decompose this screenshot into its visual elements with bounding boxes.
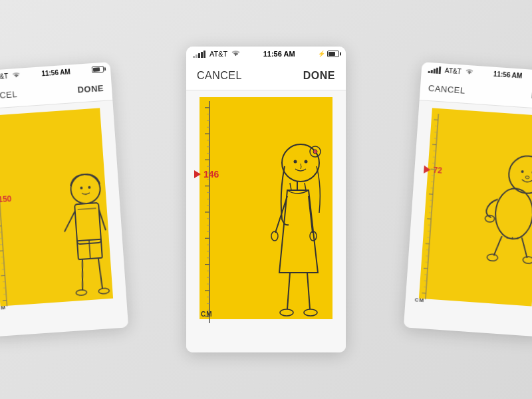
svg-point-77 <box>282 144 319 182</box>
svg-line-37 <box>98 258 102 289</box>
height-value-center: 146 <box>203 169 219 180</box>
height-arrow-center <box>194 170 201 178</box>
svg-point-91 <box>294 160 297 164</box>
svg-line-88 <box>307 273 310 309</box>
phone-center: AT&T 11:56 AM ⚡ CANCEL DONE <box>186 47 346 352</box>
phone-right: AT&T 11:56 AM CANCEL DON <box>404 62 532 337</box>
scene: AT&T 11:56 AM CANCEL DONE <box>0 0 532 399</box>
girl-character <box>261 140 334 326</box>
time-label-right: 11:56 AM <box>493 70 523 79</box>
carrier-label: AT&T <box>0 72 9 80</box>
svg-line-81 <box>290 183 291 190</box>
svg-point-133 <box>487 254 498 261</box>
svg-line-40 <box>78 208 96 209</box>
height-indicator-left: 150 <box>0 194 12 205</box>
svg-point-92 <box>305 160 308 164</box>
height-value-left: 150 <box>0 194 12 204</box>
svg-point-127 <box>494 188 532 241</box>
signal-icon-right <box>428 65 442 73</box>
time-label-center: 11:56 AM <box>263 50 295 58</box>
content-center: 146 CM <box>186 90 346 352</box>
height-indicator-center: 146 <box>194 169 219 180</box>
svg-point-124 <box>521 170 523 173</box>
wifi-icon <box>12 72 21 78</box>
svg-line-32 <box>63 211 76 231</box>
svg-point-90 <box>304 309 317 316</box>
status-bar-center: AT&T 11:56 AM ⚡ <box>186 47 346 61</box>
svg-point-39 <box>98 288 110 294</box>
unit-label-right: CM <box>414 297 424 303</box>
time-label: 11:56 AM <box>41 68 70 77</box>
cancel-button-right[interactable]: CANCEL <box>428 83 466 96</box>
carrier-label-right: AT&T <box>445 66 462 75</box>
height-indicator-right: 72 <box>424 165 442 176</box>
svg-line-87 <box>287 273 290 309</box>
wifi-icon-center <box>231 51 240 57</box>
cancel-button-center[interactable]: CANCEL <box>197 70 242 82</box>
svg-point-41 <box>80 186 82 189</box>
nav-bar-center: CANCEL DONE <box>186 61 346 90</box>
height-value-right: 72 <box>433 165 442 175</box>
cancel-button-left[interactable]: CANCEL <box>0 89 18 102</box>
svg-point-79 <box>313 150 317 154</box>
charging-icon: ⚡ <box>318 51 325 57</box>
content-left: 150 CM <box>0 100 128 337</box>
unit-label-left: CM <box>0 305 6 311</box>
svg-line-82 <box>305 183 306 190</box>
svg-point-38 <box>76 289 87 295</box>
done-button-left[interactable]: DONE <box>77 83 104 95</box>
baby-character <box>475 138 532 275</box>
wifi-icon-right <box>465 68 473 75</box>
phone-left: AT&T 11:56 AM CANCEL DONE <box>0 62 128 337</box>
boy-character <box>51 168 120 312</box>
carrier-label-center: AT&T <box>209 50 227 58</box>
svg-point-85 <box>271 231 278 241</box>
svg-point-89 <box>280 309 293 316</box>
ruler-center <box>203 101 220 323</box>
svg-point-126 <box>525 176 529 178</box>
height-arrow-right <box>424 166 431 174</box>
svg-point-42 <box>88 186 90 189</box>
content-right: 72 CM <box>404 100 532 337</box>
battery-icon-center <box>327 51 339 57</box>
signal-icon-center <box>193 51 205 58</box>
done-button-center[interactable]: DONE <box>303 70 335 82</box>
battery-icon <box>92 66 104 73</box>
unit-label-center: CM <box>201 311 213 318</box>
svg-line-36 <box>80 259 84 291</box>
